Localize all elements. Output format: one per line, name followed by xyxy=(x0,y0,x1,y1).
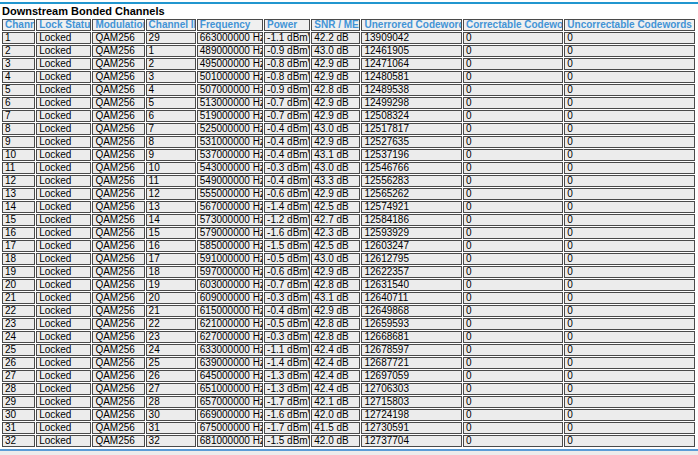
cell-modulation: QAM256 xyxy=(92,370,144,382)
column-header-uncorrectable-codewords: Uncorrectable Codewords xyxy=(564,19,695,31)
cell-power: -0.3 dBmV xyxy=(264,331,310,343)
cell-unerrored-codewords: 12730591 xyxy=(361,422,461,434)
cell-unerrored-codewords: 12687721 xyxy=(361,357,461,369)
cell-uncorrectable-codewords: 0 xyxy=(564,344,695,356)
cell-unerrored-codewords: 12461905 xyxy=(361,45,461,57)
cell-frequency: 549000000 Hz xyxy=(197,175,263,187)
table-row: 12LockedQAM25611549000000 Hz-0.4 dBmV43.… xyxy=(2,175,695,187)
cell-correctable-codewords: 0 xyxy=(463,279,563,291)
cell-lock-status: Locked xyxy=(36,188,91,200)
cell-lock-status: Locked xyxy=(36,331,91,343)
cell-modulation: QAM256 xyxy=(92,175,144,187)
table-row: 29LockedQAM25628657000000 Hz-1.7 dBmV42.… xyxy=(2,396,695,408)
cell-channel: 32 xyxy=(2,435,35,447)
cell-snr-mer: 42.5 dB xyxy=(311,201,360,213)
cell-uncorrectable-codewords: 0 xyxy=(564,214,695,226)
cell-correctable-codewords: 0 xyxy=(463,188,563,200)
cell-lock-status: Locked xyxy=(36,305,91,317)
table-row: 4LockedQAM2563501000000 Hz-0.8 dBmV42.9 … xyxy=(2,71,695,83)
cell-channel: 12 xyxy=(2,175,35,187)
cell-power: -0.7 dBmV xyxy=(264,97,310,109)
cell-uncorrectable-codewords: 0 xyxy=(564,357,695,369)
cell-power: -1.5 dBmV xyxy=(264,435,310,447)
cell-snr-mer: 42.4 dB xyxy=(311,357,360,369)
cell-unerrored-codewords: 12659593 xyxy=(361,318,461,330)
column-header-lock-status: Lock Status xyxy=(36,19,91,31)
cell-modulation: QAM256 xyxy=(92,214,144,226)
cell-lock-status: Locked xyxy=(36,32,91,44)
cell-lock-status: Locked xyxy=(36,240,91,252)
cell-modulation: QAM256 xyxy=(92,84,144,96)
cell-unerrored-codewords: 12574921 xyxy=(361,201,461,213)
cell-channel: 28 xyxy=(2,383,35,395)
cell-unerrored-codewords: 13909042 xyxy=(361,32,461,44)
cell-unerrored-codewords: 12715803 xyxy=(361,396,461,408)
cell-power: -1.4 dBmV xyxy=(264,357,310,369)
cell-channel-id: 4 xyxy=(146,84,196,96)
cell-channel-id: 22 xyxy=(146,318,196,330)
cell-unerrored-codewords: 12622357 xyxy=(361,266,461,278)
cell-frequency: 609000000 Hz xyxy=(197,292,263,304)
cell-power: -0.7 dBmV xyxy=(264,110,310,122)
table-row: 32LockedQAM25632681000000 Hz-1.5 dBmV42.… xyxy=(2,435,695,447)
cell-power: -1.1 dBmV xyxy=(264,344,310,356)
cell-unerrored-codewords: 12537196 xyxy=(361,149,461,161)
table-row: 19LockedQAM25618597000000 Hz-0.6 dBmV42.… xyxy=(2,266,695,278)
cell-power: -0.4 dBmV xyxy=(264,175,310,187)
cell-channel: 16 xyxy=(2,227,35,239)
cell-unerrored-codewords: 12565262 xyxy=(361,188,461,200)
table-row: 25LockedQAM25624633000000 Hz-1.1 dBmV42.… xyxy=(2,344,695,356)
cell-power: -0.6 dBmV xyxy=(264,266,310,278)
cell-uncorrectable-codewords: 0 xyxy=(564,45,695,57)
cell-snr-mer: 42.3 dB xyxy=(311,227,360,239)
cell-correctable-codewords: 0 xyxy=(463,422,563,434)
cell-lock-status: Locked xyxy=(36,370,91,382)
cell-unerrored-codewords: 12499298 xyxy=(361,97,461,109)
cell-modulation: QAM256 xyxy=(92,149,144,161)
cell-channel-id: 12 xyxy=(146,188,196,200)
cell-lock-status: Locked xyxy=(36,422,91,434)
cell-uncorrectable-codewords: 0 xyxy=(564,305,695,317)
cell-channel: 9 xyxy=(2,136,35,148)
cell-channel-id: 24 xyxy=(146,344,196,356)
cell-snr-mer: 42.2 dB xyxy=(311,32,360,44)
cell-modulation: QAM256 xyxy=(92,201,144,213)
cell-uncorrectable-codewords: 0 xyxy=(564,175,695,187)
cell-uncorrectable-codewords: 0 xyxy=(564,396,695,408)
cell-unerrored-codewords: 12603247 xyxy=(361,240,461,252)
table-row: 6LockedQAM2565513000000 Hz-0.7 dBmV42.9 … xyxy=(2,97,695,109)
cell-correctable-codewords: 0 xyxy=(463,396,563,408)
cell-correctable-codewords: 0 xyxy=(463,214,563,226)
table-row: 16LockedQAM25615579000000 Hz-1.6 dBmV42.… xyxy=(2,227,695,239)
cell-lock-status: Locked xyxy=(36,435,91,447)
cell-uncorrectable-codewords: 0 xyxy=(564,58,695,70)
cell-frequency: 621000000 Hz xyxy=(197,318,263,330)
cell-lock-status: Locked xyxy=(36,344,91,356)
cell-uncorrectable-codewords: 0 xyxy=(564,240,695,252)
cell-channel: 4 xyxy=(2,71,35,83)
cell-snr-mer: 42.4 dB xyxy=(311,344,360,356)
cell-power: -1.5 dBmV xyxy=(264,240,310,252)
table-row: 15LockedQAM25614573000000 Hz-1.2 dBmV42.… xyxy=(2,214,695,226)
cell-correctable-codewords: 0 xyxy=(463,149,563,161)
column-header-snr-mer: SNR / MER xyxy=(311,19,360,31)
cell-channel-id: 31 xyxy=(146,422,196,434)
table-row: 3LockedQAM2562495000000 Hz-0.8 dBmV42.9 … xyxy=(2,58,695,70)
cell-correctable-codewords: 0 xyxy=(463,266,563,278)
cell-correctable-codewords: 0 xyxy=(463,305,563,317)
table-row: 21LockedQAM25620609000000 Hz-0.3 dBmV43.… xyxy=(2,292,695,304)
column-header-correctable-codewords: Correctable Codewords xyxy=(463,19,563,31)
cell-channel-id: 7 xyxy=(146,123,196,135)
cell-channel: 18 xyxy=(2,253,35,265)
cell-channel-id: 1 xyxy=(146,45,196,57)
cell-correctable-codewords: 0 xyxy=(463,318,563,330)
cell-lock-status: Locked xyxy=(36,383,91,395)
cell-uncorrectable-codewords: 0 xyxy=(564,383,695,395)
cell-snr-mer: 43.0 dB xyxy=(311,253,360,265)
table-row: 8LockedQAM2567525000000 Hz-0.4 dBmV43.0 … xyxy=(2,123,695,135)
cell-unerrored-codewords: 12480581 xyxy=(361,71,461,83)
cell-snr-mer: 43.0 dB xyxy=(311,45,360,57)
table-row: 7LockedQAM2566519000000 Hz-0.7 dBmV42.9 … xyxy=(2,110,695,122)
cell-channel: 8 xyxy=(2,123,35,135)
cell-power: -0.9 dBmV xyxy=(264,84,310,96)
